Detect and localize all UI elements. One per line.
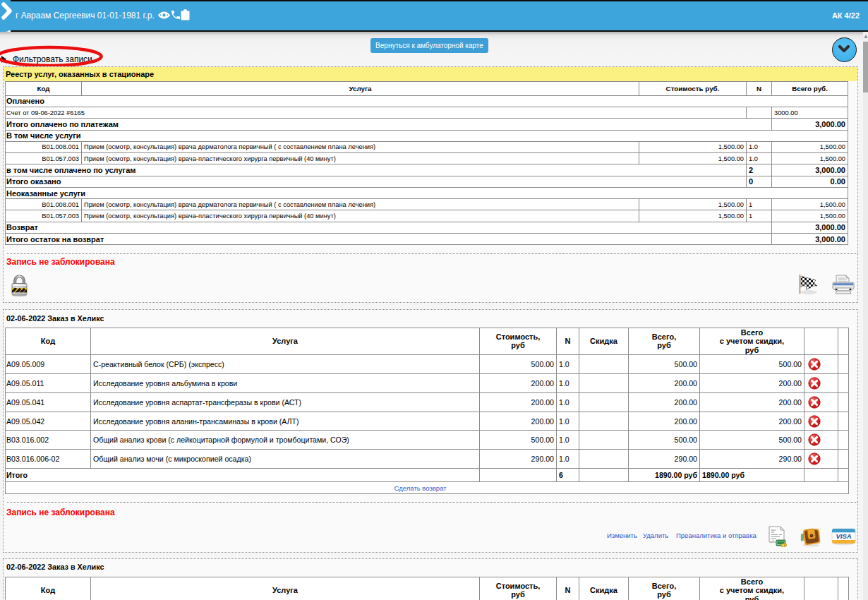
svg-text:VISA: VISA bbox=[836, 532, 851, 540]
